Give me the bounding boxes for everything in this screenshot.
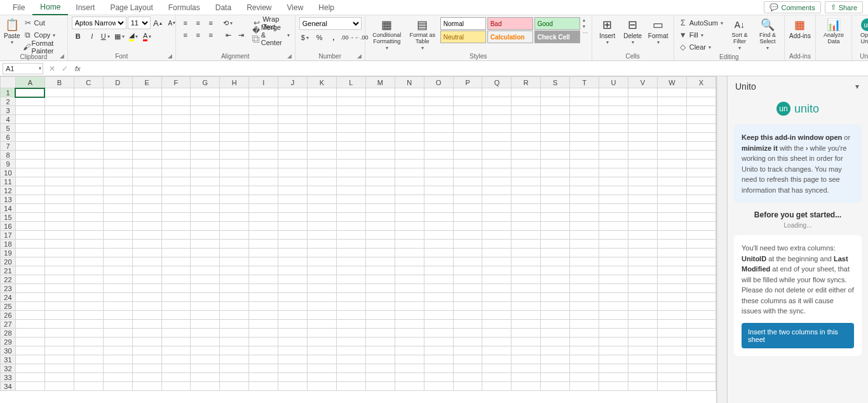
- cell-X28[interactable]: [686, 329, 715, 338]
- cell-E31[interactable]: [132, 355, 161, 364]
- cell-R15[interactable]: [512, 213, 541, 222]
- cell-D11[interactable]: [103, 177, 132, 186]
- cell-H27[interactable]: [220, 320, 249, 329]
- cell-A15[interactable]: [15, 213, 44, 222]
- cell-V17[interactable]: [628, 231, 658, 240]
- cell-A28[interactable]: [15, 329, 44, 338]
- cell-N13[interactable]: [395, 195, 424, 204]
- cell-E6[interactable]: [132, 133, 161, 142]
- cell-B18[interactable]: [44, 240, 74, 249]
- cell-X3[interactable]: [686, 106, 715, 115]
- cell-M2[interactable]: [365, 97, 395, 106]
- cell-P29[interactable]: [453, 338, 482, 346]
- cell-S17[interactable]: [541, 231, 570, 240]
- cell-R6[interactable]: [512, 133, 541, 142]
- cell-E7[interactable]: [132, 142, 161, 151]
- col-header-U[interactable]: U: [599, 77, 628, 88]
- cell-N26[interactable]: [395, 311, 424, 320]
- cell-G30[interactable]: [191, 346, 220, 355]
- cell-W24[interactable]: [657, 293, 686, 302]
- cell-L9[interactable]: [336, 160, 365, 168]
- cell-I19[interactable]: [249, 249, 278, 257]
- cell-V29[interactable]: [628, 338, 658, 346]
- cell-T13[interactable]: [570, 195, 599, 204]
- cell-W22[interactable]: [657, 275, 686, 284]
- row-header-31[interactable]: 31: [1, 355, 16, 364]
- cell-V18[interactable]: [628, 240, 658, 249]
- cell-K27[interactable]: [308, 320, 337, 329]
- cell-H17[interactable]: [220, 231, 249, 240]
- cell-H22[interactable]: [220, 275, 249, 284]
- cell-U19[interactable]: [599, 249, 628, 257]
- cell-D27[interactable]: [103, 320, 132, 329]
- cell-M19[interactable]: [365, 249, 395, 257]
- cell-G29[interactable]: [191, 338, 220, 346]
- cell-W16[interactable]: [657, 222, 686, 231]
- cell-P25[interactable]: [453, 302, 482, 311]
- cell-H9[interactable]: [220, 160, 249, 168]
- cell-L21[interactable]: [336, 266, 365, 275]
- cell-H23[interactable]: [220, 284, 249, 293]
- cell-G14[interactable]: [191, 204, 220, 213]
- cell-A17[interactable]: [15, 231, 44, 240]
- cell-U16[interactable]: [599, 222, 628, 231]
- cell-U31[interactable]: [599, 355, 628, 364]
- row-header-19[interactable]: 19: [1, 249, 16, 257]
- cell-M14[interactable]: [365, 204, 395, 213]
- cell-F18[interactable]: [161, 240, 191, 249]
- cell-B11[interactable]: [44, 177, 74, 186]
- cell-L34[interactable]: [336, 382, 365, 391]
- cell-V5[interactable]: [628, 124, 658, 133]
- cell-A6[interactable]: [15, 133, 44, 142]
- cell-L24[interactable]: [336, 293, 365, 302]
- cell-N10[interactable]: [395, 168, 424, 177]
- cell-S24[interactable]: [541, 293, 570, 302]
- cell-L16[interactable]: [336, 222, 365, 231]
- autosum-button[interactable]: ΣAutoSum▾: [678, 17, 724, 29]
- cell-B27[interactable]: [44, 320, 74, 329]
- delete-cells-button[interactable]: ⊟Delete▾: [621, 17, 644, 45]
- cell-T27[interactable]: [570, 320, 599, 329]
- cell-I14[interactable]: [249, 204, 278, 213]
- cell-A29[interactable]: [15, 338, 44, 346]
- cell-V34[interactable]: [628, 382, 658, 391]
- cell-A3[interactable]: [15, 106, 44, 115]
- row-header-20[interactable]: 20: [1, 257, 16, 266]
- cell-L31[interactable]: [336, 355, 365, 364]
- cell-S12[interactable]: [541, 186, 570, 195]
- cell-O27[interactable]: [424, 320, 453, 329]
- cell-T20[interactable]: [570, 257, 599, 266]
- cell-A14[interactable]: [15, 204, 44, 213]
- cell-S1[interactable]: [541, 88, 570, 97]
- cell-F1[interactable]: [161, 88, 191, 97]
- cell-H30[interactable]: [220, 346, 249, 355]
- cell-Q27[interactable]: [482, 320, 512, 329]
- name-box[interactable]: A1▾: [3, 63, 43, 74]
- cell-B31[interactable]: [44, 355, 74, 364]
- cell-F26[interactable]: [161, 311, 191, 320]
- cell-W2[interactable]: [657, 97, 686, 106]
- row-header-11[interactable]: 11: [1, 177, 16, 186]
- cell-F25[interactable]: [161, 302, 191, 311]
- cell-X13[interactable]: [686, 195, 715, 204]
- cell-Q6[interactable]: [482, 133, 512, 142]
- cell-X2[interactable]: [686, 97, 715, 106]
- cell-S19[interactable]: [541, 249, 570, 257]
- cell-B28[interactable]: [44, 329, 74, 338]
- cell-W9[interactable]: [657, 160, 686, 168]
- cell-N29[interactable]: [395, 338, 424, 346]
- open-unito-button[interactable]: unOpen Unito: [856, 17, 868, 45]
- panel-menu-button[interactable]: ▾: [854, 82, 860, 91]
- cell-P24[interactable]: [453, 293, 482, 302]
- cell-L17[interactable]: [336, 231, 365, 240]
- cell-B16[interactable]: [44, 222, 74, 231]
- cell-Q19[interactable]: [482, 249, 512, 257]
- cell-V2[interactable]: [628, 97, 658, 106]
- cell-D20[interactable]: [103, 257, 132, 266]
- cell-F4[interactable]: [161, 115, 191, 124]
- cell-T30[interactable]: [570, 346, 599, 355]
- cell-M11[interactable]: [365, 177, 395, 186]
- cell-M5[interactable]: [365, 124, 395, 133]
- cell-J23[interactable]: [278, 284, 308, 293]
- row-header-6[interactable]: 6: [1, 133, 16, 142]
